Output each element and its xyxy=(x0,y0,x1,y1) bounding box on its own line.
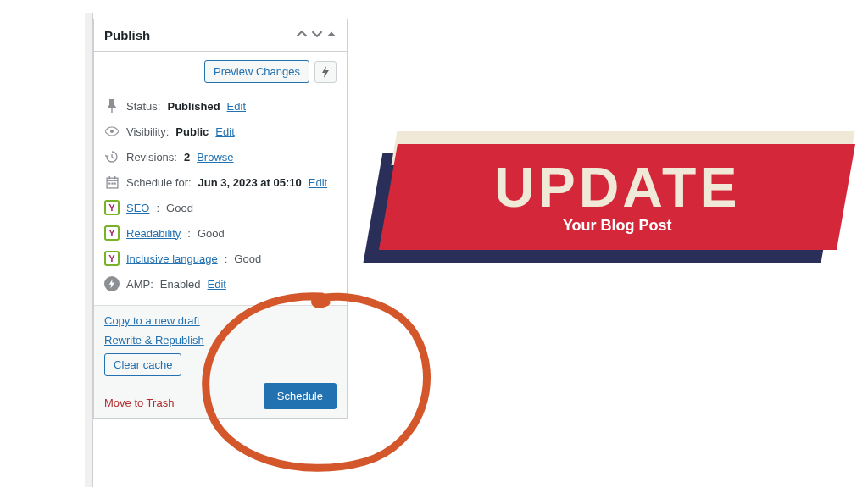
history-icon xyxy=(104,149,120,164)
seo-value: Good xyxy=(166,202,193,214)
preview-changes-button[interactable]: Preview Changes xyxy=(204,60,309,83)
revisions-value: 2 xyxy=(184,151,190,164)
amp-label: AMP: xyxy=(126,278,153,291)
yoast-icon: Y xyxy=(104,225,120,241)
banner-main: UPDATE Your Blog Post xyxy=(379,144,855,250)
readability-link[interactable]: Readability xyxy=(126,227,181,240)
status-row: Status: Published Edit xyxy=(104,93,337,119)
calendar-icon xyxy=(104,175,120,190)
inclusive-row: Y Inclusive language: Good xyxy=(104,246,337,271)
banner-title: UPDATE xyxy=(494,159,740,215)
lightning-icon[interactable] xyxy=(314,61,337,83)
revisions-row: Revisions: 2 Browse xyxy=(104,144,337,169)
sidebar-strip xyxy=(85,13,93,487)
caret-up-icon[interactable] xyxy=(326,28,337,42)
visibility-row: Visibility: Public Edit xyxy=(104,119,337,144)
readability-row: Y Readability: Good xyxy=(104,220,337,246)
pin-icon xyxy=(104,98,120,114)
schedule-value: Jun 3, 2023 at 05:10 xyxy=(198,176,302,189)
panel-header: Publish xyxy=(94,19,347,52)
status-edit-link[interactable]: Edit xyxy=(227,100,246,113)
footer-bottom: Move to Trash Schedule xyxy=(104,383,337,409)
copy-draft-link[interactable]: Copy to a new draft xyxy=(104,314,337,327)
amp-edit-link[interactable]: Edit xyxy=(208,278,226,291)
readability-value: Good xyxy=(198,227,225,240)
revisions-browse-link[interactable]: Browse xyxy=(197,151,233,164)
banner-subtitle: Your Blog Post xyxy=(494,217,740,235)
visibility-label: Visibility: xyxy=(126,125,169,138)
svg-point-0 xyxy=(110,130,114,133)
clear-cache-button[interactable]: Clear cache xyxy=(104,353,181,376)
schedule-label: Schedule for: xyxy=(126,176,192,189)
svg-rect-6 xyxy=(111,182,113,184)
yoast-icon: Y xyxy=(104,200,120,215)
panel-controls xyxy=(296,28,337,42)
visibility-value: Public xyxy=(175,125,209,138)
meta-list: Status: Published Edit Visibility: Publi… xyxy=(94,92,347,305)
schedule-edit-link[interactable]: Edit xyxy=(309,176,327,189)
revisions-label: Revisions: xyxy=(126,151,177,164)
status-value: Published xyxy=(167,100,220,113)
publish-metabox: Publish Preview Changes Status: Publishe… xyxy=(93,19,348,419)
seo-link[interactable]: SEO xyxy=(126,202,149,214)
footer-links: Copy to a new draft Rewrite & Republish … xyxy=(104,314,337,376)
preview-row: Preview Changes xyxy=(94,52,347,92)
svg-rect-5 xyxy=(108,182,110,184)
inclusive-link[interactable]: Inclusive language xyxy=(126,252,218,265)
chevron-up-icon[interactable] xyxy=(296,28,308,42)
visibility-edit-link[interactable]: Edit xyxy=(215,125,234,138)
yoast-icon: Y xyxy=(104,251,120,266)
panel-footer: Copy to a new draft Rewrite & Republish … xyxy=(94,305,347,418)
seo-row: Y SEO: Good xyxy=(104,195,337,220)
inclusive-value: Good xyxy=(234,252,261,265)
schedule-button[interactable]: Schedule xyxy=(264,383,337,409)
rewrite-republish-link[interactable]: Rewrite & Republish xyxy=(104,334,337,347)
amp-icon xyxy=(104,276,120,291)
amp-value: Enabled xyxy=(160,278,201,291)
schedule-row: Schedule for: Jun 3, 2023 at 05:10 Edit xyxy=(104,169,337,195)
amp-row: AMP: Enabled Edit xyxy=(104,271,337,297)
eye-icon xyxy=(104,124,120,139)
svg-rect-7 xyxy=(114,182,115,184)
chevron-down-icon[interactable] xyxy=(311,28,323,42)
panel-title: Publish xyxy=(104,28,150,42)
status-label: Status: xyxy=(126,100,160,113)
move-to-trash-link[interactable]: Move to Trash xyxy=(104,396,174,409)
